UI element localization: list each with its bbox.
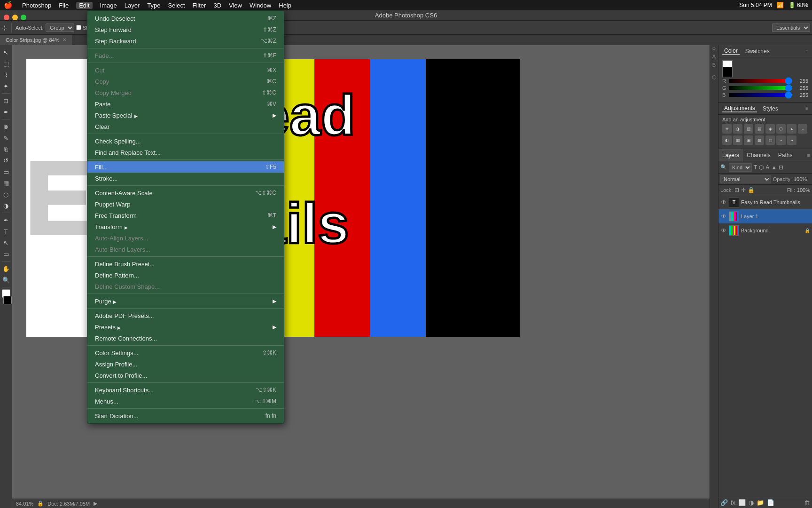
path-select-tool[interactable]: ↖ (1, 238, 11, 248)
eyedropper-tool[interactable]: ✒ (1, 107, 11, 117)
tab-close-button[interactable]: ✕ (62, 37, 66, 42)
menu-item-remote-connections---[interactable]: Remote Connections... (87, 333, 284, 344)
color-panel-menu[interactable]: ≡ (805, 48, 808, 54)
blend-mode-select[interactable]: Normal (720, 175, 771, 183)
panel-icon-a[interactable]: A (712, 54, 716, 59)
menubar-help[interactable]: Help (279, 2, 291, 9)
r-slider[interactable] (729, 79, 792, 83)
adj-threshold[interactable]: ▪ (776, 135, 786, 145)
adj-gradient-map[interactable]: ⬧ (787, 135, 796, 145)
eraser-tool[interactable]: ▭ (1, 167, 11, 177)
maximize-button[interactable] (21, 15, 26, 20)
menu-item-transform[interactable]: Transform▶ (87, 221, 284, 232)
filter-icon-5[interactable]: ⊡ (779, 164, 783, 171)
menu-item-free-transform[interactable]: Free Transform⌘T (87, 210, 284, 221)
menubar-filter[interactable]: Filter (193, 2, 206, 9)
menubar-view[interactable]: View (229, 2, 242, 9)
menubar-image[interactable]: Image (100, 2, 117, 9)
adj-brightness[interactable]: ☀ (722, 124, 732, 134)
menu-item-define-brush-preset---[interactable]: Define Brush Preset... (87, 258, 284, 270)
menu-item-adobe-pdf-presets---[interactable]: Adobe PDF Presets... (87, 310, 284, 321)
layer-vis-3[interactable]: 👁 (720, 227, 727, 234)
adj-color-lookup[interactable]: ▣ (744, 135, 753, 145)
adj-invert[interactable]: ▩ (755, 135, 764, 145)
menu-item-purge[interactable]: Purge▶ (87, 295, 284, 307)
adj-channel-mixer[interactable]: ▦ (733, 135, 742, 145)
clone-stamp-tool[interactable]: ⎗ (1, 144, 11, 154)
menubar-photoshop[interactable]: Photoshop (22, 2, 51, 9)
move-tool[interactable]: ↖ (1, 47, 11, 57)
menu-item-convert-to-profile---[interactable]: Convert to Profile... (87, 370, 284, 381)
marquee-tool[interactable]: ⬚ (1, 58, 11, 69)
adj-hsl[interactable]: ⬡ (776, 124, 786, 134)
styles-tab[interactable]: Styles (761, 105, 780, 112)
filter-icon-1[interactable]: T (754, 164, 757, 171)
background-swatch[interactable] (722, 67, 733, 77)
quick-select-tool[interactable]: ✦ (1, 81, 11, 91)
menubar-select[interactable]: Select (168, 2, 185, 9)
crop-tool[interactable]: ⊡ (1, 95, 11, 106)
swatches-tab[interactable]: Swatches (743, 48, 772, 55)
layers-panel-menu[interactable]: ≡ (807, 152, 810, 158)
menu-item-check-spelling---[interactable]: Check Spelling... (87, 135, 284, 147)
new-group-btn[interactable]: 📁 (757, 499, 764, 506)
menu-item-step-backward[interactable]: Step Backward⌥⌘Z (87, 35, 284, 47)
menu-item-start-dictation---[interactable]: Start Dictation...fn fn (87, 410, 284, 421)
adj-vibrance[interactable]: ◈ (765, 124, 775, 134)
layers-kind-select[interactable]: Kind (729, 163, 752, 172)
workspace-select[interactable]: Essentials (772, 24, 810, 32)
adj-photo-filter[interactable]: ◐ (722, 135, 732, 145)
layer-item-text[interactable]: 👁 T Easy to Read Thumbnails (718, 195, 812, 209)
menubar-3d[interactable]: 3D (213, 2, 221, 9)
auto-select-dropdown[interactable]: Group Layer (46, 24, 74, 32)
show-transform-checkbox[interactable] (76, 25, 81, 30)
filter-icon-3[interactable]: A (765, 164, 769, 171)
lock-pixels-btn[interactable]: ⊡ (734, 187, 739, 193)
delete-layer-btn[interactable]: 🗑 (804, 499, 810, 506)
lock-all-btn[interactable]: 🔒 (748, 187, 755, 193)
link-layers-btn[interactable]: 🔗 (720, 499, 728, 506)
adj-posterize[interactable]: ◻ (765, 135, 775, 145)
menu-item-menus---[interactable]: Menus...⌥⇧⌘M (87, 396, 284, 407)
layer-item-bg[interactable]: 👁 Background 🔒 (718, 223, 812, 238)
menu-item-clear[interactable]: Clear (87, 121, 284, 132)
paths-tab[interactable]: Paths (774, 149, 796, 161)
dodge-tool[interactable]: ◑ (1, 200, 11, 211)
menu-item-puppet-warp[interactable]: Puppet Warp (87, 198, 284, 210)
adj-bw[interactable]: ⬦ (798, 124, 807, 134)
menu-item-keyboard-shortcuts---[interactable]: Keyboard Shortcuts...⌥⇧⌘K (87, 384, 284, 396)
g-slider[interactable] (729, 86, 792, 90)
adj-panel-menu[interactable]: ≡ (805, 106, 808, 111)
menu-item-paste-special[interactable]: Paste Special▶ (87, 110, 284, 121)
menubar-type[interactable]: Type (147, 2, 160, 9)
close-button[interactable] (4, 15, 9, 20)
layer-vis-1[interactable]: 👁 (720, 199, 727, 206)
new-adjustment-btn[interactable]: ◑ (749, 499, 754, 506)
menu-item-content-aware-scale[interactable]: Content-Aware Scale⌥⇧⌘C (87, 187, 284, 198)
menu-item-stroke---[interactable]: Stroke... (87, 173, 284, 184)
menubar-window[interactable]: Window (250, 2, 271, 9)
text-tool[interactable]: T (1, 226, 11, 237)
healing-brush-tool[interactable]: ⊗ (1, 121, 11, 132)
menu-item-paste[interactable]: Paste⌘V (87, 98, 284, 110)
pen-tool[interactable]: ✒ (1, 215, 11, 225)
hand-tool[interactable]: ✋ (1, 263, 11, 274)
canvas-tab[interactable]: Color Strips.jpg @ 84% ✕ (0, 35, 72, 45)
doc-size-arrow[interactable]: ▶ (94, 500, 97, 507)
add-mask-btn[interactable]: ⬜ (738, 499, 746, 506)
history-brush-tool[interactable]: ↺ (1, 155, 11, 166)
menu-item-undo-deselect[interactable]: Undo Deselect⌘Z (87, 13, 284, 24)
collapse-panels-icon[interactable]: ⟨⟨ (711, 47, 717, 51)
panel-icon-b[interactable]: B (712, 62, 716, 68)
layer-item-1[interactable]: 👁 Layer 1 (718, 209, 812, 223)
layers-tab[interactable]: Layers (718, 149, 743, 161)
filter-icon-4[interactable]: ▲ (771, 164, 777, 171)
adj-exposure[interactable]: ▤ (755, 124, 764, 134)
shape-tool[interactable]: ▭ (1, 249, 11, 259)
adjustments-tab[interactable]: Adjustments (722, 105, 757, 112)
brush-tool[interactable]: ✎ (1, 133, 11, 143)
minimize-button[interactable] (12, 15, 18, 20)
channels-tab[interactable]: Channels (743, 149, 774, 161)
zoom-tool[interactable]: 🔍 (1, 275, 11, 285)
menu-item-fill---[interactable]: Fill...⇧F5 (87, 161, 284, 173)
